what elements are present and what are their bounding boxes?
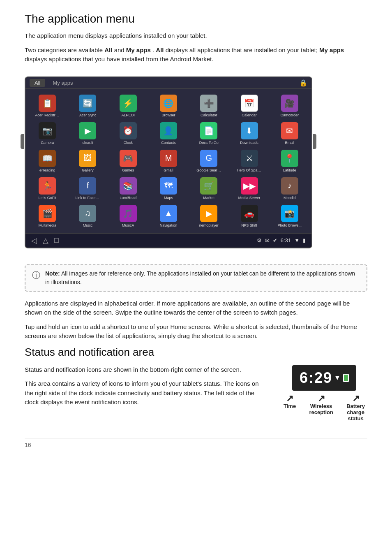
app-item[interactable]: GGoogle Search [189, 147, 229, 175]
app-icon: 🎬 [39, 205, 56, 222]
status-bar: ⚙ ✉ ✔ 6:31 ▼ ▮ [257, 237, 306, 243]
app-label: Calculator [201, 113, 217, 117]
app-item[interactable]: 📄Docs To Go [189, 120, 229, 147]
intro2-text5: displays applications that you have inst… [25, 56, 213, 63]
app-item[interactable]: 📚LumiRead [108, 175, 148, 202]
app-label: Market [203, 196, 215, 200]
app-label: Contacts [161, 141, 176, 145]
app-icon: 📖 [39, 150, 56, 167]
app-label: Music [83, 223, 93, 227]
app-item[interactable]: 📍Latitude [270, 147, 310, 175]
tablet-top-bar-right-icon: 🔒 [299, 79, 307, 87]
app-icon: 🏃 [39, 177, 56, 195]
app-item[interactable]: 🔄Acer Sync [67, 92, 108, 120]
app-icon: 🎵 [120, 205, 137, 222]
app-label: Acer Sync [79, 113, 96, 117]
sync-icon: ✔ [273, 237, 277, 243]
app-icon: ⬇ [241, 122, 258, 139]
app-icon: ⚡ [120, 95, 137, 112]
status-para2: This area contains a variety of icons to… [25, 379, 269, 407]
app-icon: ♪ [281, 177, 298, 195]
intro2-text1: Two categories are available [25, 46, 104, 53]
settings-icon: ⚙ [257, 237, 262, 243]
app-label: Moodid [284, 196, 296, 200]
app-item[interactable]: ✉Email [270, 120, 310, 147]
arrow-wireless-icon: ↗ [318, 394, 325, 403]
note-box: ⓘ Note: All images are for reference onl… [25, 264, 367, 292]
intro2-text2: and [114, 46, 126, 53]
app-label: Clock [123, 141, 133, 145]
app-item[interactable]: 🌐Browser [148, 92, 189, 120]
app-label: Gmail [164, 168, 173, 172]
status-text-col: Status and notification icons are shown … [25, 365, 269, 412]
app-label: LumiRead [120, 196, 136, 200]
app-item[interactable]: 📅Calendar [229, 92, 269, 120]
app-label: Docs To Go [199, 141, 219, 145]
app-item[interactable]: 📖eReading [27, 147, 67, 175]
para-alphabetical: Applications are displayed in alphabetic… [25, 299, 367, 317]
app-label: Navigation [160, 223, 178, 227]
app-item[interactable]: ♪Moodid [270, 175, 310, 202]
app-item[interactable]: ▶▶Media Server [229, 175, 269, 202]
tab-myapps[interactable]: My apps [48, 79, 78, 87]
page-number: 16 [25, 442, 31, 448]
app-item[interactable]: 📋Acer Registra... [27, 92, 67, 120]
app-item[interactable]: 🎬Multimedia [27, 202, 67, 230]
app-item[interactable]: ⬇Downloads [229, 120, 269, 147]
app-label: Let's GoFit [39, 196, 56, 200]
app-item[interactable]: ⚔Hero Of Spar... [229, 147, 269, 175]
app-icon: ✉ [281, 122, 298, 139]
app-item[interactable]: 🚗NFS Shift [229, 202, 269, 230]
app-icon: ▶ [79, 122, 96, 139]
app-item[interactable]: ➕Calculator [189, 92, 229, 120]
app-label: Browser [161, 113, 175, 117]
app-grid: 📋Acer Registra...🔄Acer Sync⚡ALPEOI🌐Brows… [25, 89, 311, 233]
arrow-wireless-label: Wireless reception [309, 403, 333, 415]
app-label: clear.fi [82, 141, 93, 145]
intro-para-2: Two categories are available All and My … [25, 46, 367, 64]
app-item[interactable]: ⚡ALPEOI [108, 92, 148, 120]
app-icon: 🎥 [281, 95, 298, 112]
app-item[interactable]: 🎵MusicA [108, 202, 148, 230]
tablet-screenshot-wrapper: All My apps 🔒 📋Acer Registra...🔄Acer Syn… [25, 69, 312, 256]
recents-icon[interactable]: □ [54, 236, 59, 245]
app-item[interactable]: MGmail [148, 147, 189, 175]
app-icon: ⏰ [120, 122, 137, 139]
app-item[interactable]: 📸Photo Brows... [270, 202, 310, 230]
app-icon: 📸 [281, 205, 298, 222]
arrow-time-icon: ↗ [286, 394, 293, 403]
app-item[interactable]: 🎮Games [108, 147, 148, 175]
intro2-bold3: All [156, 46, 164, 53]
app-item[interactable]: 🎥Camcorder [270, 92, 310, 120]
app-item[interactable]: ▶nemoplayer [189, 202, 229, 230]
app-item[interactable]: ▶clear.fi [67, 120, 108, 147]
note-label: Note: [45, 270, 60, 277]
app-item[interactable]: fLink to Faceb... [67, 175, 108, 202]
app-item[interactable]: 👤Contacts [148, 120, 189, 147]
app-item[interactable]: 🏃Let's GoFit [27, 175, 67, 202]
app-item[interactable]: ♫Music [67, 202, 108, 230]
app-icon: 📄 [200, 122, 217, 139]
tab-all[interactable]: All [30, 79, 45, 87]
tablet-left-handle [21, 134, 24, 149]
app-icon: 🗺 [160, 177, 177, 195]
wifi-icon: ▼ [294, 237, 300, 243]
status-image-col: 6:29 ▼ ↗ Time ↗ Wireless reception ↗ [281, 365, 367, 422]
app-item[interactable]: 🛒Market [189, 175, 229, 202]
home-icon[interactable]: △ [43, 236, 48, 245]
battery-bar-icon [343, 374, 349, 382]
arrows-row: ↗ Time ↗ Wireless reception ↗ Battery ch… [281, 394, 367, 422]
app-item[interactable]: 📷Camera [27, 120, 67, 147]
app-item[interactable]: ▲Navigation [148, 202, 189, 230]
app-item[interactable]: 🗺Maps [148, 175, 189, 202]
app-label: Email [285, 141, 295, 145]
intro2-bold1: All [104, 46, 112, 53]
back-icon[interactable]: ◁ [31, 236, 37, 245]
app-item[interactable]: ⏰Clock [108, 120, 148, 147]
app-label: Games [122, 168, 134, 172]
arrow-time-label: Time [284, 403, 296, 409]
app-icon: 🔄 [79, 95, 96, 112]
status-section-title: Status and notification area [25, 346, 367, 359]
app-item[interactable]: 🖼Gallery [67, 147, 108, 175]
app-icon: M [160, 150, 177, 167]
